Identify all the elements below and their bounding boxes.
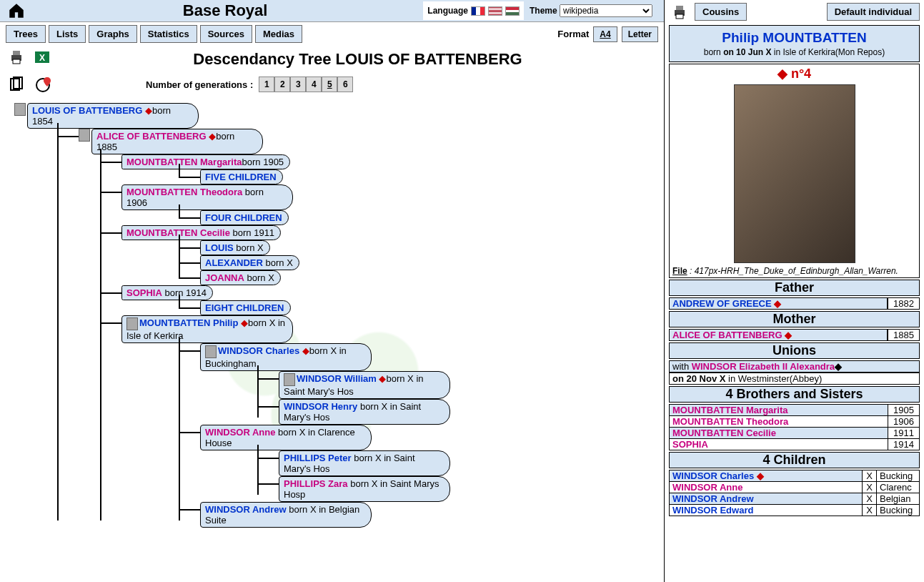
person-thumb-icon [205,345,217,358]
tree-node[interactable]: PHILLIPS Peter born X in Saint Mary's Ho… [279,450,450,476]
children-header: 4 Children [669,452,920,468]
generations-label: Number of generations : [146,79,253,90]
sibling-row: MOUNTBATTEN Theodora1906 [670,416,920,428]
tree-node[interactable]: JOANNA born X [200,270,281,285]
sibling-row: MOUNTBATTEN Margarita1905 [670,405,920,416]
child-row: WINDSOR AnneXClarenc [670,482,920,493]
child-row: WINDSOR Charles ◆XBucking [670,470,920,482]
format-label: Format [557,29,589,39]
father-year: 1882 [888,298,919,309]
mother-year: 1885 [888,330,919,340]
copy-icon[interactable] [6,76,27,93]
svg-rect-1 [13,51,20,55]
sibling-row: MOUNTBATTEN Cecilie1911 [670,428,920,439]
tree-node[interactable]: LOUIS OF BATTENBERG ◆born 1854 [27,103,199,129]
tree-node[interactable]: WINDSOR Charles ◆born X in Buckingham [200,343,372,371]
globe-pin-icon[interactable] [33,76,54,93]
svg-rect-9 [676,6,683,10]
siblings-header: 4 Brothers and Sisters [669,386,920,403]
gen-5[interactable]: 5 [322,77,337,92]
sibling-link[interactable]: MOUNTBATTEN Margarita [672,405,788,415]
tree-node[interactable]: LOUIS born X [200,240,270,255]
individual-name[interactable]: Philip MOUNTBATTEN [674,30,915,46]
language-label: Language [427,6,468,16]
father-header: Father [669,280,920,296]
individual-number: ◆ n°4 [670,64,919,83]
union-date: on 20 Nov X in Westminster(Abbey) [669,373,920,385]
svg-rect-2 [13,59,20,64]
gen-2[interactable]: 2 [274,77,290,92]
page-title: Descendancy Tree LOUIS OF BATTENBERG [57,49,658,70]
tree-node[interactable]: MOUNTBATTEN Theodora born 1906 [121,184,293,210]
flag-fr-icon[interactable] [471,6,485,16]
individual-born: born on 10 Jun X in Isle of Kerkira(Mon … [674,47,915,57]
theme-label: Theme [530,6,557,16]
theme-select[interactable]: wikipedia [560,4,652,17]
mother-link[interactable]: ALICE OF BATTENBERG [672,330,783,340]
child-link[interactable]: WINDSOR Charles [672,470,754,481]
flag-hu-icon[interactable] [505,6,520,16]
flag-us-icon[interactable] [488,6,502,16]
nav-statistics[interactable]: Statistics [140,25,197,43]
nav-sources[interactable]: Sources [200,25,252,43]
file-info: File : 417px-HRH_The_Duke_of_Edinburgh_A… [670,265,919,277]
tree-node[interactable]: FIVE CHILDREN [200,169,283,184]
sibling-link[interactable]: MOUNTBATTEN Theodora [672,416,788,427]
tree-node[interactable]: MOUNTBATTEN Margaritaborn 1905 [121,154,290,169]
spouse-link[interactable]: WINDSOR Elizabeth II Alexandra [692,361,835,372]
child-row: WINDSOR EdwardXBucking [670,505,920,516]
format-a4[interactable]: A4 [593,26,617,42]
person-thumb-icon [14,103,26,116]
tree-node[interactable]: EIGHT CHILDREN [200,300,291,315]
child-link[interactable]: WINDSOR Edward [672,505,753,516]
nav-trees[interactable]: Trees [6,25,46,43]
gen-4[interactable]: 4 [306,77,322,92]
mother-header: Mother [669,311,920,327]
person-thumb-icon [126,317,138,330]
tree-node[interactable]: PHILLIPS Zara born X in Saint Marys Hosp [279,476,450,502]
nav-medias[interactable]: Medias [255,25,302,43]
sibling-link[interactable]: SOPHIA [672,439,708,450]
person-thumb-icon [79,129,90,142]
child-link[interactable]: WINDSOR Andrew [672,493,754,504]
descendancy-tree: LOUIS OF BATTENBERG ◆born 1854ALICE OF B… [0,96,664,532]
union-row: with WINDSOR Elizabeth II Alexandra◆ [669,360,920,373]
svg-text:X: X [39,53,45,63]
default-individual-button[interactable]: Default individual [827,3,920,21]
printer-icon[interactable] [669,4,690,21]
tree-node[interactable]: MOUNTBATTEN Cecilie born 1911 [121,225,281,240]
father-link[interactable]: ANDREW OF GREECE [672,298,772,309]
gen-3[interactable]: 3 [290,77,306,92]
excel-icon[interactable]: X [31,49,53,66]
tree-node[interactable]: ALICE OF BATTENBERG ◆born 1885 [91,129,263,154]
svg-rect-10 [676,14,683,19]
unions-header: Unions [669,342,920,359]
tree-node[interactable]: MOUNTBATTEN Philip ◆born X in Isle of Ke… [121,315,293,343]
printer-icon[interactable] [6,49,27,66]
gen-1[interactable]: 1 [259,77,274,92]
nav-lists[interactable]: Lists [49,25,86,43]
person-thumb-icon [284,373,295,386]
cousins-button[interactable]: Cousins [695,3,747,21]
nav-graphs[interactable]: Graphs [89,25,137,43]
tree-node[interactable]: WINDSOR Henry born X in Saint Mary's Hos [279,399,450,425]
gen-6[interactable]: 6 [337,77,353,92]
child-link[interactable]: WINDSOR Anne [672,482,742,493]
tree-node[interactable]: WINDSOR Anne born X in Clarence House [200,425,372,450]
site-title: Base Royal [27,1,423,20]
sibling-row: SOPHIA1914 [670,439,920,450]
sibling-link[interactable]: MOUNTBATTEN Cecilie [672,428,776,438]
home-icon[interactable] [6,1,27,20]
format-letter[interactable]: Letter [622,26,658,42]
tree-node[interactable]: WINDSOR Andrew born X in Belgian Suite [200,502,372,528]
child-row: WINDSOR AndrewXBelgian [670,493,920,505]
individual-photo [734,84,855,263]
tree-node[interactable]: SOPHIA born 1914 [121,285,213,300]
tree-node[interactable]: FOUR CHILDREN [200,210,289,225]
tree-node[interactable]: ALEXANDER born X [200,255,299,270]
tree-node[interactable]: WINDSOR William ◆born X in Saint Mary's … [279,371,450,399]
